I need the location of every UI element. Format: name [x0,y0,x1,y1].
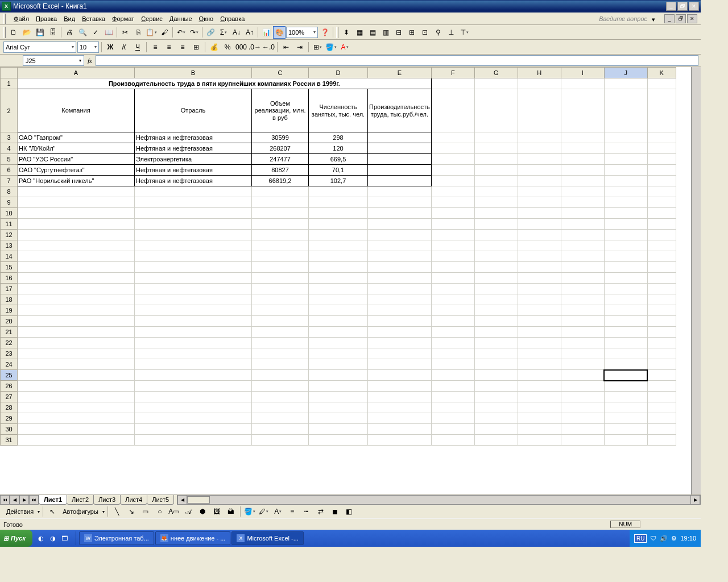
cell-F23[interactable] [431,348,474,359]
merge-center-button[interactable]: ⊞ [190,41,202,53]
cell-B28[interactable] [135,402,252,413]
cell-K1[interactable] [647,78,676,89]
cell-D24[interactable] [309,359,368,370]
cell-B31[interactable] [135,435,252,446]
cell-G13[interactable] [474,240,518,251]
cell-I5[interactable] [561,154,604,165]
cell-J1[interactable] [604,78,647,89]
picture-button[interactable]: 🏔 [225,505,237,518]
cell-H3[interactable] [518,132,561,143]
cell-E8[interactable] [368,186,432,197]
cell-C28[interactable] [252,402,309,413]
cell-G21[interactable] [474,327,518,338]
cell-A19[interactable] [18,305,135,316]
cell-E9[interactable] [368,197,432,208]
cell-D5[interactable]: 669,5 [309,154,368,165]
row-18[interactable]: 18 [1,294,18,305]
row-12[interactable]: 12 [1,230,18,240]
cell-K17[interactable] [647,284,676,294]
cell-G10[interactable] [474,208,518,219]
cell-I29[interactable] [561,413,604,424]
cell-B7[interactable]: Нефтяная и нефтегазовая [135,176,252,186]
cell-J5[interactable] [604,154,647,165]
cell-G3[interactable] [474,132,518,143]
cell-K20[interactable] [647,316,676,327]
cell-D6[interactable]: 70,1 [309,165,368,176]
cell-K26[interactable] [647,381,676,392]
cell-C10[interactable] [252,208,309,219]
cell-C15[interactable] [252,262,309,273]
merge-cells-button[interactable]: ▦ [353,26,366,39]
horizontal-scrollbar[interactable]: ◀ ▶ [177,495,701,505]
cell-A25[interactable] [18,370,135,381]
cell-G9[interactable] [474,197,518,208]
cell-A2[interactable]: Компания [18,89,135,132]
cell-A14[interactable] [18,251,135,262]
actions-menu[interactable]: Действия [4,508,36,515]
italic-button[interactable]: К [118,41,130,53]
cell-I14[interactable] [561,251,604,262]
row-21[interactable]: 21 [1,327,18,338]
cell-E10[interactable] [368,208,432,219]
cell-J8[interactable] [604,186,647,197]
cell-I27[interactable] [561,392,604,402]
line-style-button[interactable]: ≡ [286,505,299,518]
cell-A31[interactable] [18,435,135,446]
percent-button[interactable]: % [221,41,234,53]
cell-D12[interactable] [309,230,368,240]
col-H[interactable]: H [518,68,561,78]
paste-button[interactable]: 📋 [145,26,158,39]
tray-icon[interactable]: ⚙ [671,535,677,542]
cell-I28[interactable] [561,402,604,413]
cell-H8[interactable] [518,186,561,197]
row-9[interactable]: 9 [1,197,18,208]
cell-K10[interactable] [647,208,676,219]
cell-K31[interactable] [647,435,676,446]
cell-E27[interactable] [368,392,432,402]
drawing-button[interactable]: 🎨 [273,26,286,39]
cell-B9[interactable] [135,197,252,208]
line-button[interactable]: ╲ [111,505,123,518]
cell-J7[interactable] [604,176,647,186]
cell-I11[interactable] [561,219,604,230]
cell-I10[interactable] [561,208,604,219]
cell-H7[interactable] [518,176,561,186]
cell-E7[interactable] [368,176,432,186]
cell-H9[interactable] [518,197,561,208]
cell-C7[interactable]: 66819,2 [252,176,309,186]
cell-H31[interactable] [518,435,561,446]
cell-G25[interactable] [474,370,518,381]
cell-H15[interactable] [518,262,561,273]
cell-K3[interactable] [647,132,676,143]
row-1[interactable]: 1 [1,78,18,89]
cell-J10[interactable] [604,208,647,219]
cell-J27[interactable] [604,392,647,402]
cell-H23[interactable] [518,348,561,359]
cell-D23[interactable] [309,348,368,359]
cell-G7[interactable] [474,176,518,186]
cell-A28[interactable] [18,402,135,413]
cell-B4[interactable]: Нефтяная и нефтегазовая [135,143,252,154]
cell-C5[interactable]: 247477 [252,154,309,165]
cell-C18[interactable] [252,294,309,305]
cell-G31[interactable] [474,435,518,446]
cell-H28[interactable] [518,402,561,413]
menu-Вид[interactable]: Вид [60,14,78,23]
currency-button[interactable]: 💰 [208,41,220,53]
cell-C9[interactable] [252,197,309,208]
menu-Формат[interactable]: Формат [109,14,138,23]
row-6[interactable]: 6 [1,165,18,176]
cell-B13[interactable] [135,240,252,251]
cell-H29[interactable] [518,413,561,424]
cell-D4[interactable]: 120 [309,143,368,154]
tool-c-button[interactable]: ⊥ [445,26,457,39]
col-J[interactable]: J [604,68,647,78]
cell-A27[interactable] [18,392,135,402]
cell-G15[interactable] [474,262,518,273]
autoshapes-menu[interactable]: Автофигуры [60,508,101,515]
toolbar-handle[interactable] [3,27,6,38]
minimize-button[interactable]: _ [666,2,676,11]
cell-C25[interactable] [252,370,309,381]
row-30[interactable]: 30 [1,424,18,435]
cell-H20[interactable] [518,316,561,327]
